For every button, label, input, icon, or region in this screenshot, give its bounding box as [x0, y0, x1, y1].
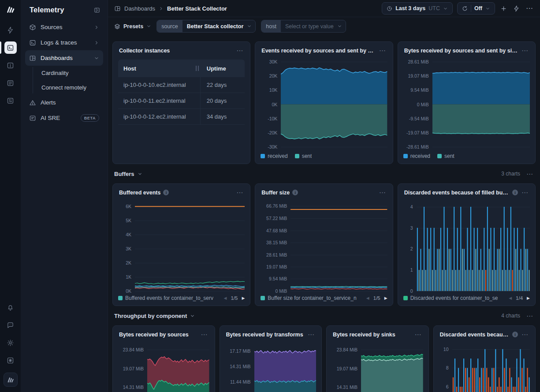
notifications-bell-icon[interactable]	[4, 301, 17, 314]
column-header-uptime[interactable]: Uptime	[201, 65, 245, 72]
terminal-icon	[29, 39, 36, 46]
pager-next-button[interactable]: ▶	[384, 296, 387, 300]
beta-badge: BETA	[81, 114, 99, 122]
panel-menu-button[interactable]: ⋯	[235, 189, 244, 196]
time-range-label: Last 3 days	[395, 5, 425, 11]
panel-buffered-events: Buffered events i ⋯ 6K5K4K3K2K1K0K Buffe…	[112, 183, 250, 306]
info-icon[interactable]: i	[163, 190, 169, 195]
sidebar-item-dashboards[interactable]: Dashboards	[25, 50, 103, 66]
discarded-events-2-chart[interactable]: 1086420	[439, 343, 530, 392]
pager-page: 1/4	[516, 295, 523, 301]
feedback-chat-icon[interactable]	[4, 319, 17, 331]
sidebar-subitem-cardinality[interactable]: Cardinality	[33, 66, 103, 80]
info-icon[interactable]: i	[512, 190, 518, 195]
legend-item[interactable]: Buffer size for container_to_service_n	[261, 295, 356, 301]
dashboard-menu-button[interactable]: ⋯	[525, 5, 534, 12]
host-filter-select[interactable]: host Select or type value	[261, 20, 346, 33]
chevron-down-icon	[138, 172, 142, 176]
sidebar-item-label: AI SRE	[41, 115, 60, 121]
buffered-events-chart[interactable]: 6K5K4K3K2K1K0K	[118, 202, 245, 291]
section-menu-button[interactable]: ⋯	[525, 313, 534, 319]
warning-triangle-icon	[29, 99, 36, 106]
legend-label: Discarded events for container_to_se	[410, 295, 498, 301]
bytes-chart[interactable]: 28.61 MiB19.07 MiB9.54 MiB0 MiB-9.54 MiB…	[403, 60, 530, 149]
panel-menu-button[interactable]: ⋯	[521, 47, 529, 54]
column-resize-handle[interactable]	[196, 66, 199, 71]
apps-grid-icon[interactable]	[4, 354, 17, 366]
sidebar-subitem-connect-remotely[interactable]: Connect remotely	[33, 80, 103, 95]
pager-prev-button[interactable]: ◀	[509, 296, 512, 300]
panel-bytes-sinks: Bytes received by sinks ⋯ 23.84 MiB19.07…	[326, 325, 429, 392]
topbar: Dashboards Better Stack Collector Last 3…	[108, 0, 540, 17]
legend-item[interactable]: Discarded events for container_to_se	[403, 295, 498, 301]
pager-page: 1/5	[373, 295, 380, 301]
panel-menu-button[interactable]: ⋯	[378, 47, 387, 54]
table-header: Host Uptime	[118, 60, 245, 77]
rail-settings-icon[interactable]	[4, 94, 17, 107]
betterstack-logo-bottom[interactable]	[4, 373, 18, 387]
info-icon[interactable]: i	[292, 190, 298, 195]
chevron-down-icon	[443, 6, 448, 11]
section-throughput: Throughput by component 4 charts⋯	[112, 306, 536, 325]
rail-flash-icon[interactable]	[4, 24, 17, 36]
bytes-transforms-chart[interactable]: 17.17 MiB14.31 MiB11.44 MiB8.58 MiB5.72 …	[225, 343, 317, 392]
sidebar-item-ai-sre[interactable]: AI SRE BETA	[25, 110, 103, 126]
add-chart-button[interactable]	[499, 5, 508, 12]
legend-item-received[interactable]: received	[261, 153, 287, 159]
pager-next-button[interactable]: ▶	[242, 296, 245, 300]
buffer-size-chart[interactable]: 66.76 MiB57.22 MiB47.68 MiB38.15 MiB28.6…	[261, 202, 387, 291]
legend-swatch	[295, 154, 299, 158]
panel-menu-button[interactable]: ⋯	[521, 331, 529, 338]
legend-label: received	[410, 153, 430, 159]
section-title[interactable]: Buffers	[114, 171, 142, 177]
host-cell: ip-10-0-0-10.ec2.internal	[118, 77, 201, 93]
discarded-buffers-chart[interactable]: 43210	[403, 202, 530, 291]
legend-swatch	[118, 296, 123, 300]
legend-swatch	[403, 296, 408, 300]
source-filter-select[interactable]: source Better Stack collector	[156, 20, 256, 33]
betterstack-logo	[6, 4, 15, 14]
sidebar-collapse-icon[interactable]	[93, 7, 101, 14]
auto-refresh-control[interactable]: Off	[457, 2, 495, 15]
panel-menu-button[interactable]: ⋯	[414, 331, 422, 338]
sidebar-item-logs-traces[interactable]: Logs & traces	[25, 35, 103, 50]
legend-item[interactable]: Buffered events for container_to_serv	[118, 295, 213, 301]
pager-prev-button[interactable]: ◀	[223, 296, 227, 300]
panel-menu-button[interactable]: ⋯	[200, 331, 209, 338]
chevron-down-icon	[247, 24, 255, 29]
info-icon[interactable]: i	[512, 332, 518, 337]
bytes-sinks-chart[interactable]: 23.84 MiB19.07 MiB14.31 MiB9.54 MiB4.77 …	[332, 343, 423, 392]
events-chart[interactable]: 30K20K10K0K-10K-20K-30K	[261, 60, 387, 149]
sidebar: Telemetry Sources Logs & traces Dashboar…	[21, 0, 108, 392]
presets-label: Presets	[123, 23, 143, 30]
rail-alerts-icon[interactable]	[4, 59, 17, 71]
table-row: ip-10-0-0-10.ec2.internal 22 days	[118, 77, 245, 93]
panel-menu-button[interactable]: ⋯	[235, 47, 244, 54]
theme-sun-icon[interactable]	[4, 336, 17, 349]
sidebar-item-label: Dashboards	[41, 55, 73, 61]
panel-title: Bytes received by sources	[119, 332, 189, 338]
rail-logs-icon[interactable]	[4, 41, 17, 54]
panel-menu-button[interactable]: ⋯	[521, 189, 529, 196]
panel-menu-button[interactable]: ⋯	[307, 331, 315, 338]
section-menu-button[interactable]: ⋯	[525, 171, 534, 177]
legend-item-sent[interactable]: sent	[437, 153, 454, 159]
pager-next-button[interactable]: ▶	[527, 296, 530, 300]
quick-actions-bolt-icon[interactable]	[512, 5, 521, 12]
legend-item-sent[interactable]: sent	[295, 153, 312, 159]
section-title[interactable]: Throughput by component	[114, 313, 195, 319]
time-range-button[interactable]: Last 3 days UTC	[382, 2, 453, 15]
panel-menu-button[interactable]: ⋯	[378, 189, 387, 196]
sidebar-item-sources[interactable]: Sources	[25, 19, 103, 35]
bytes-sources-chart[interactable]: 23.84 MiB19.07 MiB14.31 MiB9.54 MiB4.77 …	[118, 343, 209, 392]
panel-title: Bytes received by sinks	[333, 332, 395, 338]
app-title: Telemetry	[30, 6, 64, 14]
breadcrumb-grid-icon	[114, 5, 121, 12]
column-header-host[interactable]: Host	[118, 60, 201, 77]
legend-item-received[interactable]: received	[403, 153, 430, 159]
pager-prev-button[interactable]: ◀	[366, 296, 369, 300]
breadcrumb-root[interactable]: Dashboards	[124, 5, 155, 12]
sidebar-item-alerts[interactable]: Alerts	[25, 95, 103, 110]
rail-docs-icon[interactable]	[4, 77, 17, 89]
presets-button[interactable]: Presets	[114, 23, 151, 30]
